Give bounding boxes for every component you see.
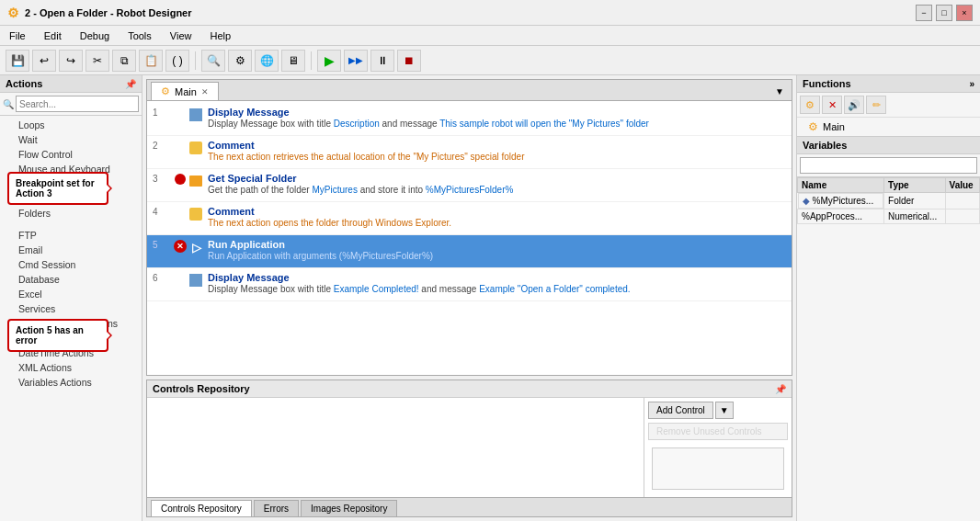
toolbar-btn6[interactable]: ( ) bbox=[165, 50, 189, 72]
var-table: Name Type Value ◆%MyPictures... Folder bbox=[797, 177, 980, 521]
toolbar-btn10[interactable]: 🖥 bbox=[281, 50, 305, 72]
tab-errors[interactable]: Errors bbox=[254, 500, 299, 516]
action-row-3[interactable]: 3 Get Special Folder Get the path of the… bbox=[147, 169, 792, 202]
action-num-6: 6 bbox=[153, 272, 173, 283]
sidebar-category-ftp[interactable]: FTP bbox=[0, 228, 142, 243]
sidebar-category-database[interactable]: Database bbox=[0, 272, 142, 287]
menu-tools[interactable]: Tools bbox=[124, 28, 155, 43]
func-sound-btn[interactable]: 🔊 bbox=[844, 96, 864, 114]
maximize-button[interactable]: □ bbox=[936, 5, 952, 21]
minimize-button[interactable]: − bbox=[916, 5, 932, 21]
toolbar-btn8[interactable]: ⚙ bbox=[228, 50, 252, 72]
action-indicator-2 bbox=[173, 140, 188, 141]
action-desc-5: Run Application with arguments (%MyPictu… bbox=[208, 250, 786, 262]
toolbar-redo-btn[interactable]: ↪ bbox=[59, 50, 83, 72]
toolbar-paste-btn[interactable]: 📋 bbox=[139, 50, 163, 72]
var-row-1[interactable]: ◆%MyPictures... Folder bbox=[798, 193, 980, 210]
action-row-5[interactable]: 5 ✕ ▷ Run Application Run Application wi… bbox=[147, 235, 792, 268]
action-title-1: Display Message bbox=[208, 107, 786, 118]
toolbar-play-btn[interactable]: ▶ bbox=[317, 50, 341, 72]
function-item-main[interactable]: ⚙ Main bbox=[797, 118, 980, 136]
action-num-1: 1 bbox=[153, 107, 173, 118]
action-icon-4 bbox=[188, 206, 204, 222]
action-desc-6: Display Message box with title Example C… bbox=[208, 283, 786, 295]
var-search-input[interactable] bbox=[800, 157, 977, 174]
action-icon-3 bbox=[188, 173, 204, 189]
comment-icon-4 bbox=[189, 208, 202, 221]
tab-controls-repo[interactable]: Controls Repository bbox=[151, 500, 252, 516]
toolbar-stop-btn[interactable]: ⏹ bbox=[397, 50, 421, 72]
menu-view[interactable]: View bbox=[166, 28, 196, 43]
search-input[interactable] bbox=[16, 96, 139, 112]
sidebar-category-services[interactable]: Services bbox=[0, 301, 142, 316]
menu-file[interactable]: File bbox=[6, 28, 29, 43]
main-layout: Actions 📌 🔍 Breakpoint set for Action 3 … bbox=[0, 75, 980, 521]
toolbar-sep1 bbox=[195, 51, 196, 70]
tab-main[interactable]: ⚙ Main ✕ bbox=[151, 82, 219, 100]
var-col-type: Type bbox=[884, 178, 945, 193]
tab-icon: ⚙ bbox=[161, 85, 170, 97]
action-row-6[interactable]: 6 Display Message Display Message box wi… bbox=[147, 268, 792, 301]
sidebar-category-cmd[interactable]: Cmd Session bbox=[0, 257, 142, 272]
center-area: ⚙ Main ✕ ▼ 1 Display Message bbox=[142, 75, 796, 521]
sidebar-pin-icon[interactable]: 📌 bbox=[125, 79, 136, 89]
actions-list: 1 Display Message Display Message box wi… bbox=[147, 101, 792, 375]
action-row-4[interactable]: 4 Comment The next action opens the fold… bbox=[147, 202, 792, 235]
func-edit-btn[interactable]: ✏ bbox=[866, 96, 886, 114]
menu-help[interactable]: Help bbox=[206, 28, 234, 43]
toolbar-cut-btn[interactable]: ✂ bbox=[85, 50, 109, 72]
var-value-1 bbox=[945, 193, 979, 210]
sidebar-category-wait[interactable]: Wait bbox=[0, 132, 142, 147]
add-control-dropdown[interactable]: ▼ bbox=[715, 402, 734, 419]
var-search bbox=[797, 154, 980, 177]
tab-images-repo[interactable]: Images Repository bbox=[301, 500, 397, 516]
action-content-6: Display Message Display Message box with… bbox=[208, 272, 786, 295]
sidebar-category-excel[interactable]: Excel bbox=[0, 287, 142, 301]
action-row-1[interactable]: 1 Display Message Display Message box wi… bbox=[147, 103, 792, 136]
action-title-4: Comment bbox=[208, 206, 786, 217]
toolbar-btn9[interactable]: 🌐 bbox=[255, 50, 279, 72]
toolbar-btn7[interactable]: 🔍 bbox=[201, 50, 225, 72]
action-icon-1 bbox=[188, 107, 204, 123]
tab-panel: ⚙ Main ✕ ▼ 1 Display Message bbox=[146, 79, 792, 376]
sidebar-category-folders[interactable]: Folders bbox=[0, 206, 142, 221]
title-bar-left: ⚙ 2 - Open a Folder - Robot Designer bbox=[7, 6, 192, 20]
toolbar-pause-btn[interactable]: ⏸ bbox=[370, 50, 394, 72]
controls-left-area bbox=[147, 398, 644, 497]
var-type-1: Folder bbox=[884, 193, 945, 210]
tab-close-icon[interactable]: ✕ bbox=[201, 87, 209, 96]
toolbar-undo-btn[interactable]: ↩ bbox=[32, 50, 56, 72]
func-add-btn[interactable]: ⚙ bbox=[800, 96, 820, 114]
functions-pin[interactable]: » bbox=[969, 79, 974, 89]
var-name-2: %AppProces... bbox=[798, 210, 884, 224]
sidebar-category-flowcontrol[interactable]: Flow Control bbox=[0, 147, 142, 162]
action-desc-3: Get the path of the folder MyPictures an… bbox=[208, 184, 786, 196]
toolbar-btn11[interactable]: ▶▶ bbox=[344, 50, 368, 72]
controls-repo-pin[interactable]: 📌 bbox=[775, 384, 786, 394]
action-content-1: Display Message Display Message box with… bbox=[208, 107, 786, 130]
search-icon: 🔍 bbox=[3, 99, 14, 109]
toolbar-save-btn[interactable]: 💾 bbox=[6, 50, 29, 72]
tab-dropdown[interactable]: ▼ bbox=[771, 86, 788, 96]
remove-unused-button[interactable]: Remove Unused Controls bbox=[648, 423, 788, 440]
var-value-2 bbox=[945, 210, 979, 224]
close-button[interactable]: × bbox=[956, 5, 973, 21]
sidebar-category-email[interactable]: Email bbox=[0, 243, 142, 257]
var-row-2[interactable]: %AppProces... Numerical... bbox=[798, 210, 980, 224]
variables-panel: Variables Name Type Value bbox=[797, 137, 980, 521]
action-row-2[interactable]: 2 Comment The next action retrieves the … bbox=[147, 136, 792, 169]
sidebar-category-variables[interactable]: Variables Actions bbox=[0, 375, 142, 390]
menu-edit[interactable]: Edit bbox=[40, 28, 65, 43]
func-delete-btn[interactable]: ✕ bbox=[822, 96, 842, 114]
add-control-button[interactable]: Add Control bbox=[648, 402, 713, 419]
sidebar-category-xml[interactable]: XML Actions bbox=[0, 360, 142, 375]
menu-debug[interactable]: Debug bbox=[76, 28, 113, 43]
message-icon-6 bbox=[189, 274, 202, 287]
app-icon: ⚙ bbox=[7, 6, 19, 20]
controls-preview bbox=[652, 447, 784, 490]
toolbar-copy-btn[interactable]: ⧉ bbox=[112, 50, 136, 72]
function-label: Main bbox=[823, 121, 845, 132]
functions-toolbar: ⚙ ✕ 🔊 ✏ bbox=[797, 93, 980, 118]
sidebar-category-loops[interactable]: Loops bbox=[0, 118, 142, 132]
function-icon: ⚙ bbox=[808, 120, 818, 133]
